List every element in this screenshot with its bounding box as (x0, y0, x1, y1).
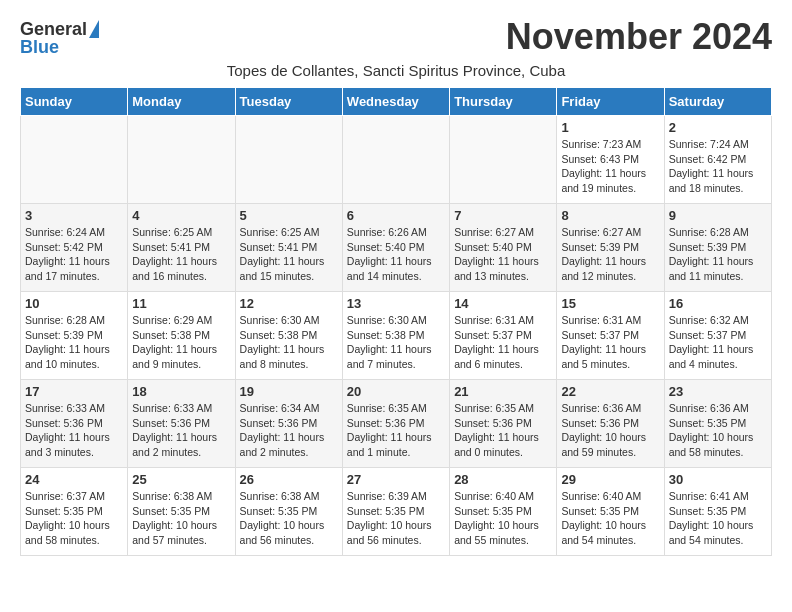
calendar-cell: 29Sunrise: 6:40 AMSunset: 5:35 PMDayligh… (557, 468, 664, 556)
day-number: 6 (347, 208, 445, 223)
page-header: General Blue November 2024 (20, 16, 772, 58)
day-number: 28 (454, 472, 552, 487)
cell-info: Sunset: 6:43 PM (561, 152, 659, 167)
calendar-cell: 28Sunrise: 6:40 AMSunset: 5:35 PMDayligh… (450, 468, 557, 556)
cell-info: Daylight: 10 hours and 58 minutes. (25, 518, 123, 547)
day-number: 7 (454, 208, 552, 223)
calendar-cell: 30Sunrise: 6:41 AMSunset: 5:35 PMDayligh… (664, 468, 771, 556)
day-number: 10 (25, 296, 123, 311)
cell-info: Daylight: 10 hours and 59 minutes. (561, 430, 659, 459)
calendar-cell: 8Sunrise: 6:27 AMSunset: 5:39 PMDaylight… (557, 204, 664, 292)
cell-info: Sunrise: 6:28 AM (669, 225, 767, 240)
cell-info: Sunrise: 6:35 AM (454, 401, 552, 416)
cell-info: Sunrise: 6:36 AM (669, 401, 767, 416)
day-number: 29 (561, 472, 659, 487)
cell-info: Daylight: 10 hours and 55 minutes. (454, 518, 552, 547)
day-number: 5 (240, 208, 338, 223)
calendar-cell: 4Sunrise: 6:25 AMSunset: 5:41 PMDaylight… (128, 204, 235, 292)
cell-info: Sunrise: 6:40 AM (561, 489, 659, 504)
cell-info: Sunset: 5:36 PM (240, 416, 338, 431)
cell-info: Sunset: 5:39 PM (25, 328, 123, 343)
cell-info: Sunset: 5:40 PM (454, 240, 552, 255)
calendar-cell: 19Sunrise: 6:34 AMSunset: 5:36 PMDayligh… (235, 380, 342, 468)
calendar-cell: 22Sunrise: 6:36 AMSunset: 5:36 PMDayligh… (557, 380, 664, 468)
cell-info: Daylight: 10 hours and 54 minutes. (669, 518, 767, 547)
calendar-cell: 11Sunrise: 6:29 AMSunset: 5:38 PMDayligh… (128, 292, 235, 380)
calendar-cell: 1Sunrise: 7:23 AMSunset: 6:43 PMDaylight… (557, 116, 664, 204)
calendar-table: SundayMondayTuesdayWednesdayThursdayFrid… (20, 87, 772, 556)
cell-info: Sunset: 5:37 PM (669, 328, 767, 343)
calendar-cell: 26Sunrise: 6:38 AMSunset: 5:35 PMDayligh… (235, 468, 342, 556)
header-day-saturday: Saturday (664, 88, 771, 116)
cell-info: Sunset: 5:36 PM (132, 416, 230, 431)
cell-info: Sunrise: 6:25 AM (240, 225, 338, 240)
cell-info: Sunset: 5:39 PM (669, 240, 767, 255)
cell-info: Sunset: 5:36 PM (454, 416, 552, 431)
cell-info: Sunrise: 6:27 AM (454, 225, 552, 240)
cell-info: Sunset: 5:36 PM (25, 416, 123, 431)
calendar-cell: 21Sunrise: 6:35 AMSunset: 5:36 PMDayligh… (450, 380, 557, 468)
calendar-cell: 23Sunrise: 6:36 AMSunset: 5:35 PMDayligh… (664, 380, 771, 468)
cell-info: Sunset: 5:41 PM (240, 240, 338, 255)
cell-info: Daylight: 11 hours and 11 minutes. (669, 254, 767, 283)
day-number: 20 (347, 384, 445, 399)
month-title: November 2024 (506, 16, 772, 58)
logo: General Blue (20, 20, 99, 56)
day-number: 18 (132, 384, 230, 399)
cell-info: Daylight: 11 hours and 3 minutes. (25, 430, 123, 459)
cell-info: Sunrise: 6:36 AM (561, 401, 659, 416)
cell-info: Sunrise: 7:24 AM (669, 137, 767, 152)
cell-info: Daylight: 11 hours and 15 minutes. (240, 254, 338, 283)
cell-info: Daylight: 10 hours and 57 minutes. (132, 518, 230, 547)
week-row-5: 24Sunrise: 6:37 AMSunset: 5:35 PMDayligh… (21, 468, 772, 556)
cell-info: Daylight: 10 hours and 56 minutes. (240, 518, 338, 547)
calendar-cell: 24Sunrise: 6:37 AMSunset: 5:35 PMDayligh… (21, 468, 128, 556)
calendar-cell: 12Sunrise: 6:30 AMSunset: 5:38 PMDayligh… (235, 292, 342, 380)
cell-info: Sunset: 5:35 PM (669, 416, 767, 431)
cell-info: Sunrise: 6:39 AM (347, 489, 445, 504)
calendar-cell: 20Sunrise: 6:35 AMSunset: 5:36 PMDayligh… (342, 380, 449, 468)
cell-info: Sunrise: 6:35 AM (347, 401, 445, 416)
cell-info: Daylight: 11 hours and 5 minutes. (561, 342, 659, 371)
cell-info: Sunrise: 6:25 AM (132, 225, 230, 240)
cell-info: Daylight: 11 hours and 12 minutes. (561, 254, 659, 283)
cell-info: Sunset: 5:37 PM (454, 328, 552, 343)
day-number: 30 (669, 472, 767, 487)
day-number: 3 (25, 208, 123, 223)
cell-info: Sunset: 5:36 PM (347, 416, 445, 431)
calendar-cell: 9Sunrise: 6:28 AMSunset: 5:39 PMDaylight… (664, 204, 771, 292)
calendar-cell: 10Sunrise: 6:28 AMSunset: 5:39 PMDayligh… (21, 292, 128, 380)
cell-info: Sunrise: 6:30 AM (240, 313, 338, 328)
header-day-tuesday: Tuesday (235, 88, 342, 116)
calendar-cell: 3Sunrise: 6:24 AMSunset: 5:42 PMDaylight… (21, 204, 128, 292)
cell-info: Sunrise: 6:28 AM (25, 313, 123, 328)
cell-info: Sunrise: 6:40 AM (454, 489, 552, 504)
cell-info: Sunset: 5:41 PM (132, 240, 230, 255)
day-number: 11 (132, 296, 230, 311)
day-number: 23 (669, 384, 767, 399)
day-number: 14 (454, 296, 552, 311)
day-number: 9 (669, 208, 767, 223)
cell-info: Sunset: 5:37 PM (561, 328, 659, 343)
day-number: 4 (132, 208, 230, 223)
day-number: 1 (561, 120, 659, 135)
cell-info: Daylight: 11 hours and 6 minutes. (454, 342, 552, 371)
cell-info: Sunrise: 6:27 AM (561, 225, 659, 240)
day-number: 26 (240, 472, 338, 487)
cell-info: Sunset: 5:35 PM (25, 504, 123, 519)
day-number: 24 (25, 472, 123, 487)
header-day-monday: Monday (128, 88, 235, 116)
calendar-cell: 27Sunrise: 6:39 AMSunset: 5:35 PMDayligh… (342, 468, 449, 556)
cell-info: Sunrise: 6:32 AM (669, 313, 767, 328)
day-number: 12 (240, 296, 338, 311)
cell-info: Sunrise: 6:38 AM (132, 489, 230, 504)
calendar-cell: 2Sunrise: 7:24 AMSunset: 6:42 PMDaylight… (664, 116, 771, 204)
calendar-cell: 15Sunrise: 6:31 AMSunset: 5:37 PMDayligh… (557, 292, 664, 380)
header-row: SundayMondayTuesdayWednesdayThursdayFrid… (21, 88, 772, 116)
logo-triangle-icon (89, 20, 99, 38)
cell-info: Daylight: 11 hours and 18 minutes. (669, 166, 767, 195)
cell-info: Daylight: 10 hours and 58 minutes. (669, 430, 767, 459)
day-number: 25 (132, 472, 230, 487)
cell-info: Daylight: 10 hours and 54 minutes. (561, 518, 659, 547)
cell-info: Sunrise: 6:31 AM (454, 313, 552, 328)
